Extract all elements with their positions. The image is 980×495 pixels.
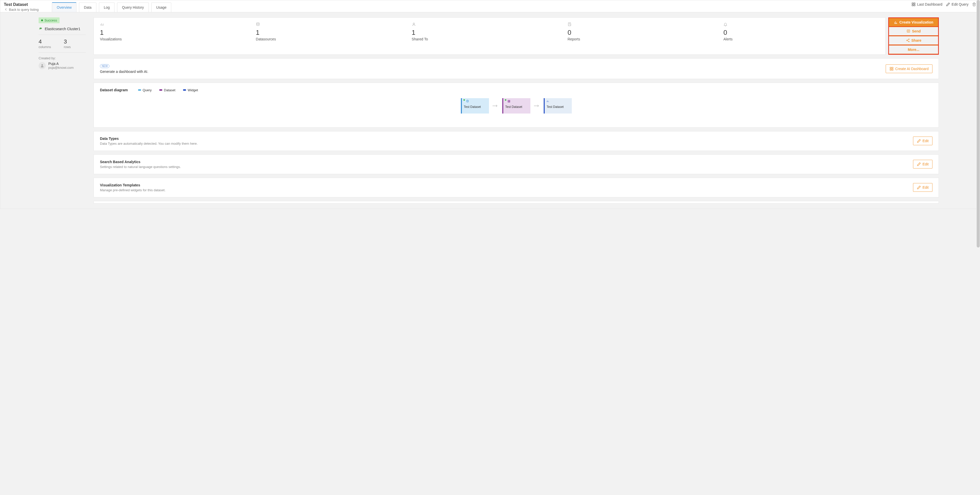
rows-label: rows [64,45,70,49]
database-icon [256,22,260,26]
create-visualization-button[interactable]: Create Visualization [889,18,938,26]
svg-line-26 [907,39,908,40]
creator-info: Puja A puja@knowi.com [38,62,86,70]
svg-point-25 [908,41,909,42]
dashboard-icon [889,67,894,71]
edit-query-button[interactable]: Edit Query [946,2,969,6]
edit-viz-templates-button[interactable]: Edit [913,183,932,192]
scrollbar-thumb[interactable] [977,0,980,209]
viz-templates-title: Visualization Templates [100,183,165,187]
edit-search-button[interactable]: Edit [913,160,932,169]
user-icon [412,22,416,26]
legend-dataset: Dataset [159,88,175,92]
search-sub: Settings related to natural language que… [100,165,181,169]
tab-overview[interactable]: Overview [52,2,76,12]
share-button[interactable]: Share [889,36,938,45]
report-icon [568,22,571,26]
svg-line-27 [907,41,908,41]
diagram-node-dataset[interactable]: Test Dataset [502,98,530,113]
datasource-link[interactable]: Elasticsearch Cluster1 [38,27,86,31]
user-email: puja@knowi.com [48,66,74,70]
topbar: Test Dataset Back to query listing Overv… [0,0,980,12]
svg-rect-20 [907,30,910,32]
data-types-sub: Data Types are automatically detected. Y… [100,142,197,145]
svg-rect-29 [892,67,893,68]
partial-card [94,201,939,204]
ai-text: Generate a dashboard with AI. [100,70,148,74]
back-link[interactable]: Back to query listing [4,7,45,11]
svg-point-23 [908,39,909,40]
tab-data[interactable]: Data [79,3,96,12]
avatar [38,62,46,69]
tab-log[interactable]: Log [99,3,115,12]
svg-rect-28 [890,67,891,68]
pencil-icon [917,185,921,189]
send-button[interactable]: Send [889,27,938,35]
delete-button[interactable] [972,2,976,6]
status-dot-icon [463,99,465,101]
diagram-title: Dataset diagram [100,88,128,92]
ai-dashboard-card: NEW Generate a dashboard with AI. Create… [94,58,939,79]
viz-templates-sub: Manage pre-defined widgets for this data… [100,188,165,192]
database-icon [466,100,469,103]
data-types-title: Data Types [100,137,197,141]
legend-query: Query [138,88,151,92]
main-content: 1 Visualizations 1 Datasources 1 Shared … [94,12,980,209]
page-title: Test Dataset [4,2,45,7]
svg-rect-2 [912,5,913,6]
new-badge: NEW [100,64,110,68]
svg-rect-30 [890,69,891,70]
stat-visualizations-value: 1 [100,29,256,37]
chart-icon [546,100,549,103]
dashboard-icon [912,2,916,6]
svg-rect-1 [914,3,915,4]
stat-shared-label: Shared To [412,37,568,41]
tab-usage[interactable]: Usage [151,3,171,12]
created-by-label: Created by: [38,56,86,60]
chart-icon [100,22,104,26]
user-icon [40,64,44,68]
rows-value: 3 [64,38,70,45]
more-button[interactable]: More... [889,45,938,54]
svg-point-24 [906,40,907,41]
search-title: Search Based Analytics [100,160,181,164]
chart-icon [894,20,898,24]
diagram-node-widget[interactable]: Test Dataset [544,98,572,113]
user-name: Puja A [48,62,74,66]
share-icon [906,38,910,43]
stat-alerts-value: 0 [723,29,879,37]
columns-value: 4 [38,38,51,45]
stat-visualizations-label: Visualizations [100,37,256,41]
stat-alerts-label: Alerts [723,37,879,41]
stat-datasources-value: 1 [256,29,412,37]
action-panel: Create Visualization Send Share More... [888,18,939,55]
svg-point-4 [41,64,43,65]
svg-point-32 [466,100,468,101]
table-icon [508,100,511,103]
scrollbar[interactable] [977,0,980,209]
trash-icon [972,2,976,6]
tab-query-history[interactable]: Query History [117,3,149,12]
back-link-label: Back to query listing [9,8,38,11]
arrow-right-icon [493,104,499,107]
pencil-icon [917,139,921,143]
status-badge: Success [38,18,60,23]
stats-card: 1 Visualizations 1 Datasources 1 Shared … [94,18,886,55]
data-types-card: Data Types Data Types are automatically … [94,131,939,151]
diagram-node-query[interactable]: Test Dataset [461,98,489,113]
svg-point-10 [413,23,414,24]
elasticsearch-icon [38,27,43,31]
columns-label: columns [38,45,51,49]
create-ai-dashboard-button[interactable]: Create AI Dashboard [886,64,932,73]
edit-data-types-button[interactable]: Edit [913,137,932,145]
stat-shared-value: 1 [412,29,568,37]
tabs: Overview Data Log Query History Usage [52,2,912,12]
bell-icon [723,22,727,26]
stat-reports-label: Reports [568,37,723,41]
stat-reports-value: 0 [568,29,723,37]
status-dot-icon [41,19,43,21]
chevron-left-icon [4,7,8,11]
last-dashboard-button[interactable]: Last Dashboard [912,2,942,6]
arrow-right-icon [534,104,540,107]
pencil-icon [917,162,921,166]
